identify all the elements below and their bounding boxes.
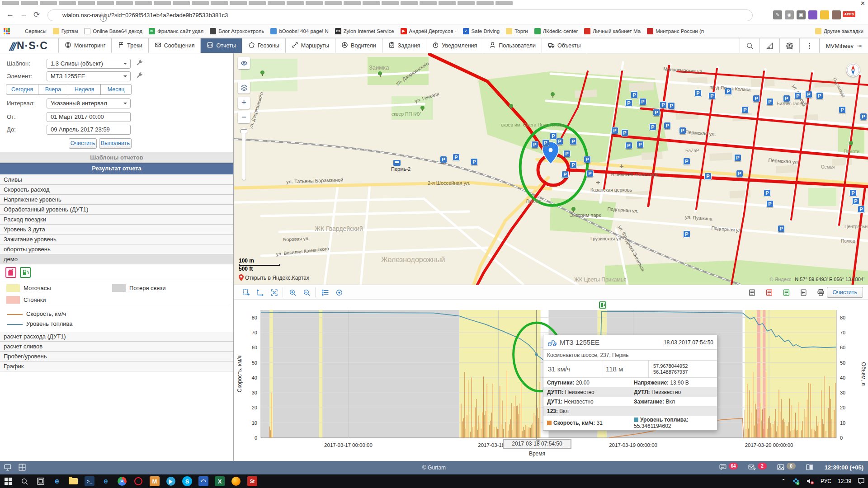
ruler-tool-icon[interactable]: [760, 38, 779, 53]
map-zoom-slider[interactable]: [242, 127, 245, 180]
nav-tab-сообщения[interactable]: Сообщения: [149, 38, 201, 53]
tray-clock[interactable]: 12:39: [835, 478, 854, 484]
print-icon[interactable]: [815, 287, 826, 297]
report-row[interactable]: Зажигание уровень: [0, 235, 233, 244]
parking-marker[interactable]: P: [766, 200, 774, 207]
taskbar-app-edge-browser-2[interactable]: e: [98, 474, 114, 488]
bookmark-item[interactable]: Сервисы: [16, 28, 47, 34]
zoom-out-icon[interactable]: [301, 287, 312, 297]
taskbar-app-opera-browser[interactable]: [130, 474, 146, 488]
taskbar-app-file-explorer[interactable]: [65, 474, 81, 488]
browser-tab[interactable]: [192, 1, 209, 5]
tray-language[interactable]: РУС: [817, 478, 835, 484]
tray-sync-icon[interactable]: [789, 478, 803, 485]
template-select[interactable]: 1.3 Сливы (объект): [47, 59, 131, 69]
report-row[interactable]: расчет сливов: [0, 342, 233, 352]
report-row[interactable]: Расход поездки: [0, 215, 233, 225]
browser-tab[interactable]: [78, 1, 95, 5]
status-panes-icon[interactable]: [806, 463, 816, 472]
taskbar-app-edge-browser[interactable]: e: [49, 474, 65, 488]
parking-marker[interactable]: P: [621, 129, 628, 136]
bookmark-item[interactable]: bOoobs! 404 page! N: [270, 28, 328, 34]
search-icon[interactable]: [740, 38, 760, 53]
browser-tab[interactable]: [268, 1, 285, 5]
nav-tab-водители[interactable]: Водители: [335, 38, 382, 53]
parking-marker[interactable]: P: [637, 141, 644, 148]
bookmark-item[interactable]: Online Base64 декод: [84, 28, 142, 34]
browser-tab[interactable]: [420, 1, 437, 5]
map-zoom-in-button[interactable]: +: [238, 97, 250, 109]
report-row[interactable]: Скорость расход: [0, 185, 233, 195]
window-close-button[interactable]: ✕: [860, 0, 865, 7]
browser-tab[interactable]: [325, 1, 342, 5]
taskbar-search-button[interactable]: [16, 474, 33, 488]
to-date-input[interactable]: 09 Апрель 2017 23:59: [47, 125, 131, 135]
parking-marker[interactable]: P: [570, 161, 577, 169]
parking-marker[interactable]: P: [849, 189, 857, 197]
zoom-in-icon[interactable]: [287, 287, 298, 297]
parking-marker[interactable]: P: [753, 95, 760, 102]
element-settings-icon[interactable]: [136, 72, 144, 80]
logout-icon[interactable]: ⇥: [857, 42, 862, 49]
range-today-button[interactable]: Сегодня: [6, 84, 38, 95]
parking-marker[interactable]: P: [741, 106, 749, 113]
taskbar-app-adobe-app[interactable]: St: [244, 474, 260, 488]
parking-marker[interactable]: P: [816, 92, 823, 99]
browser-tab[interactable]: [173, 1, 190, 5]
nav-tab-уведомления[interactable]: Уведомления: [426, 38, 483, 53]
parking-marker[interactable]: P: [805, 91, 812, 98]
parking-marker[interactable]: P: [625, 142, 632, 149]
browser-tab[interactable]: [249, 1, 266, 5]
browser-tab[interactable]: [2, 1, 19, 5]
report-row[interactable]: Пробег/уровень: [0, 352, 233, 361]
report-doc-icon[interactable]: [746, 287, 757, 297]
tray-volume-muted-icon[interactable]: [803, 478, 817, 485]
browser-tab[interactable]: [306, 1, 323, 5]
parking-marker[interactable]: P: [668, 102, 675, 109]
parking-marker[interactable]: P: [561, 171, 569, 178]
browser-tab[interactable]: [97, 1, 114, 5]
status-img-icon[interactable]: [777, 463, 787, 472]
map-layers-button[interactable]: [238, 81, 250, 94]
parking-marker[interactable]: P: [683, 158, 690, 165]
bookmark-item[interactable]: FLФриланс сайт удал: [149, 28, 203, 34]
range-week-button[interactable]: Неделя: [68, 84, 101, 95]
extension-icon-bag[interactable]: [832, 10, 841, 19]
browser-tab[interactable]: [458, 1, 475, 5]
start-button[interactable]: [0, 474, 16, 488]
browser-tab[interactable]: [154, 1, 171, 5]
parking-marker[interactable]: P: [570, 138, 577, 145]
run-report-button[interactable]: Выполнить: [99, 138, 132, 149]
element-select[interactable]: МТЗ 1255ЕЕ: [47, 71, 131, 81]
extension-icon-yellow[interactable]: [820, 10, 829, 19]
map-visibility-button[interactable]: [238, 57, 250, 69]
fit-screen-icon[interactable]: [269, 287, 279, 297]
parking-marker[interactable]: P: [794, 92, 802, 99]
forward-icon[interactable]: →: [20, 10, 28, 19]
extension-icon-camera[interactable]: ▣: [797, 10, 806, 19]
back-icon[interactable]: ←: [6, 10, 14, 19]
template-settings-icon[interactable]: [136, 59, 144, 67]
other-bookmarks-folder[interactable]: Другие закладки: [815, 28, 863, 34]
status-msg-icon[interactable]: [719, 463, 729, 472]
nsc-logo[interactable]: |||N·S·C: [0, 38, 59, 53]
refresh-icon[interactable]: ⟳: [33, 10, 40, 19]
parking-marker[interactable]: P: [766, 98, 774, 105]
nav-tab-геозоны[interactable]: Геозоны: [242, 38, 286, 53]
parking-marker[interactable]: P: [471, 158, 478, 165]
report-row[interactable]: График: [0, 361, 233, 371]
nav-tab-маршруты[interactable]: Маршруты: [286, 38, 335, 53]
task-view-button[interactable]: [33, 474, 49, 488]
parking-marker[interactable]: P: [542, 139, 549, 146]
parking-marker[interactable]: P: [453, 154, 460, 161]
browser-tab[interactable]: [40, 1, 57, 5]
range-yesterday-button[interactable]: Вчера: [38, 84, 68, 95]
map-zoom-out-button[interactable]: −: [238, 111, 250, 123]
taskbar-app-skype-app[interactable]: S: [179, 474, 195, 488]
taskbar-app-chrome-browser[interactable]: [114, 474, 130, 488]
taskbar-app-firefox-browser[interactable]: [228, 474, 244, 488]
bookmark-item[interactable]: Личный кабинет Ма: [584, 28, 641, 34]
browser-tab[interactable]: [401, 1, 418, 5]
browser-tab[interactable]: [211, 1, 228, 5]
bookmark-item[interactable]: Гуртам: [53, 28, 78, 34]
